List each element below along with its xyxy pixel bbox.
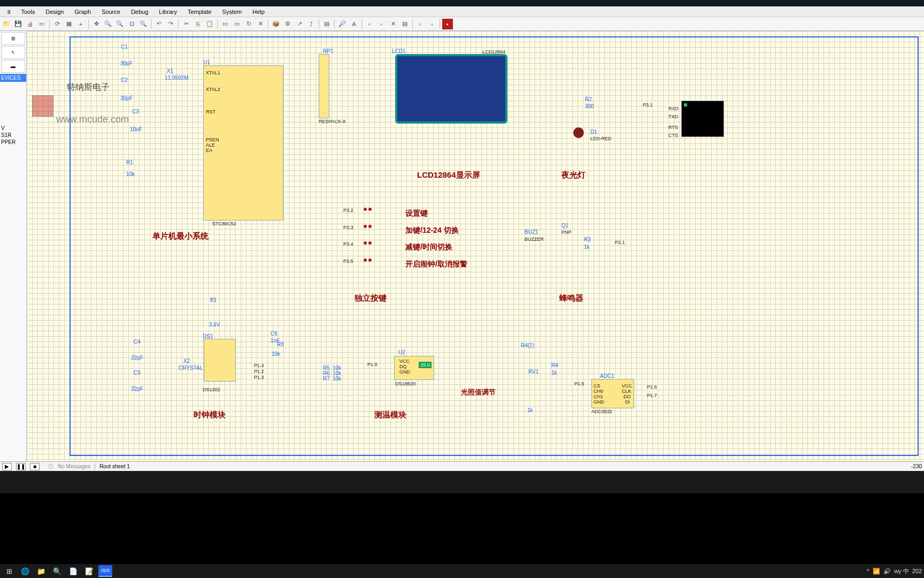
decompose-button[interactable]: ⤴ <box>306 19 317 29</box>
lcd-screen[interactable] <box>395 54 507 124</box>
save-button[interactable]: 💾 <box>13 19 24 29</box>
pin-xtal2: XTAL2 <box>206 87 220 92</box>
stop-button[interactable]: ■ <box>30 463 40 470</box>
grid-button[interactable]: ▦ <box>64 19 74 29</box>
zoom-in-button[interactable]: 🔍 <box>103 19 113 29</box>
pause-button[interactable]: ❚❚ <box>16 463 26 470</box>
adc-net-1: P1.6 <box>647 384 657 390</box>
isis-app-icon[interactable]: ISIS <box>98 565 112 577</box>
ref-c5: C5 <box>134 370 141 376</box>
val-b1: 3.6V <box>209 322 220 328</box>
block-copy-button[interactable]: ▭ <box>220 19 230 29</box>
cursor-icon[interactable]: ↖ <box>1 46 25 59</box>
menu-item[interactable]: Source <box>96 7 126 16</box>
list-item[interactable]: S1R <box>0 132 26 139</box>
val-c2: 30pF <box>120 95 133 101</box>
adc-clk: CLK <box>622 389 632 394</box>
search-icon[interactable]: 🔍 <box>50 565 64 577</box>
ime-indicator[interactable]: wy 中 <box>894 567 909 575</box>
app-icon[interactable]: 📄 <box>66 565 80 577</box>
app-icon[interactable]: 📝 <box>82 565 96 577</box>
menu-item[interactable]: Tools <box>16 7 41 16</box>
video-seek-bar[interactable] <box>0 471 924 493</box>
menu-item[interactable]: Design <box>40 7 69 16</box>
menu-item[interactable]: it <box>2 7 16 16</box>
start-button[interactable]: ⊞ <box>2 565 16 577</box>
u2-vcc: VCC <box>399 359 410 364</box>
menu-item[interactable]: Library <box>153 7 182 16</box>
wire-button[interactable]: ↗ <box>294 19 305 29</box>
rp1-chip[interactable] <box>319 54 329 118</box>
zoom-fit-button[interactable]: ⊡ <box>126 19 137 29</box>
push-button[interactable] <box>364 256 372 263</box>
toggle-button[interactable]: ▤ <box>321 19 332 29</box>
menu-item[interactable]: System <box>217 7 248 16</box>
netlist-button[interactable]: ▫ <box>427 19 437 29</box>
part-q1: PNP <box>561 230 572 235</box>
edge-icon[interactable]: 🌐 <box>18 565 32 577</box>
block-delete-button[interactable]: ✕ <box>255 19 266 29</box>
copy-button[interactable]: ⎘ <box>192 19 203 29</box>
block-rotate-button[interactable]: ↻ <box>243 19 254 29</box>
paste-button[interactable]: 📋 <box>204 19 215 29</box>
list-item[interactable]: PPER <box>0 139 26 146</box>
zoom-area-button[interactable]: 🔍 <box>138 19 149 29</box>
coord-readout: -230 <box>911 463 922 469</box>
list-item[interactable]: V <box>0 125 26 132</box>
ares-button[interactable]: ▪ <box>442 19 453 29</box>
push-button[interactable] <box>364 239 372 246</box>
wifi-icon[interactable]: 📶 <box>873 568 880 575</box>
play-button[interactable]: ▶ <box>2 463 12 470</box>
refresh-button[interactable]: ⟳ <box>52 19 63 29</box>
redo-button[interactable]: ↷ <box>165 19 176 29</box>
make-button[interactable]: ⚙ <box>282 19 293 29</box>
explorer-icon[interactable]: 📁 <box>34 565 48 577</box>
ref-r4: R4 <box>551 362 558 368</box>
term-rts: RTS <box>668 125 678 130</box>
ds1302-chip[interactable] <box>204 339 236 382</box>
window-titlebar[interactable] <box>0 0 924 6</box>
btn-pin-0: P3.2 <box>343 208 353 213</box>
menu-item[interactable]: Graph <box>69 7 96 16</box>
property-button[interactable]: A <box>349 19 359 29</box>
push-button[interactable] <box>364 223 372 229</box>
virtual-terminal[interactable] <box>681 101 724 137</box>
exit-sheet-button[interactable]: ✕ <box>388 19 398 29</box>
schematic-canvas[interactable]: 特纳斯电子 www.mcude.com U1 STC89C52 XTAL1 XT… <box>27 31 924 461</box>
zoom-out-button[interactable]: 🔍 <box>114 19 125 29</box>
bom-button[interactable]: ▤ <box>399 19 410 29</box>
origin-button[interactable]: + <box>75 19 86 29</box>
menu-item[interactable]: Debug <box>126 7 153 16</box>
find-button[interactable]: 🔎 <box>337 19 348 29</box>
val-r4: 1k <box>551 370 557 376</box>
volume-icon[interactable]: 🔊 <box>883 568 891 575</box>
taskbar: ⊞ 🌐 📁 🔍 📄 📝 ISIS ^ 📶 🔊 wy 中 202 <box>0 564 924 578</box>
overview-box[interactable]: ⊞ <box>1 32 25 45</box>
pick-button[interactable]: 📦 <box>271 19 281 29</box>
undo-button[interactable]: ↶ <box>153 19 164 29</box>
pan-button[interactable]: ✥ <box>91 19 102 29</box>
sheet-name[interactable]: Root sheet 1 <box>95 463 130 469</box>
push-button[interactable] <box>364 206 372 212</box>
led-icon[interactable] <box>573 127 584 138</box>
watermark-logo <box>32 95 53 117</box>
part-u1: STC89C52 <box>212 221 236 226</box>
print-button[interactable]: 🖨 <box>25 19 35 29</box>
buz-net: P2.1 <box>615 240 625 245</box>
menu-item[interactable]: Help <box>247 7 270 16</box>
val-c3: 10uF <box>130 126 142 132</box>
remove-sheet-button[interactable]: ▫ <box>376 19 387 29</box>
clock-readout[interactable]: 202 <box>912 568 922 574</box>
open-button[interactable]: 📁 <box>1 19 12 29</box>
menu-item[interactable]: Template <box>182 7 217 16</box>
adc-di: DI <box>625 399 630 405</box>
erc-button[interactable]: ▫ <box>415 19 426 29</box>
region-button[interactable]: ▭ <box>36 19 47 29</box>
tray-icon[interactable]: ^ <box>867 568 869 574</box>
light-adjust-label: 光照值调节 <box>461 387 496 397</box>
cut-button[interactable]: ✂ <box>181 19 191 29</box>
block-move-button[interactable]: ▭ <box>232 19 242 29</box>
adc-net-0: P1.5 <box>574 381 584 386</box>
component-icon[interactable]: ▬ <box>1 60 25 73</box>
new-sheet-button[interactable]: ▫ <box>364 19 375 29</box>
